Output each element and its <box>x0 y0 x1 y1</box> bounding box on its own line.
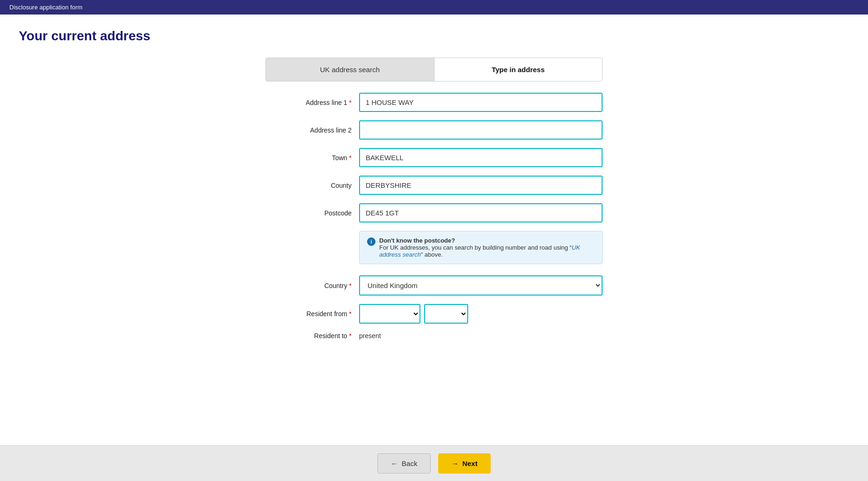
town-row: Town * <box>265 148 603 167</box>
county-label: County <box>265 182 359 189</box>
required-star-resident-from: * <box>349 310 352 318</box>
tab-row: UK address search Type in address <box>265 58 603 81</box>
next-button[interactable]: → Next <box>438 453 491 474</box>
resident-to-row: Resident to * present <box>265 332 603 340</box>
next-arrow-icon: → <box>451 459 458 467</box>
resident-to-label: Resident to * <box>265 332 359 340</box>
resident-from-row: Resident from * January February March A… <box>265 304 603 324</box>
required-star-resident-to: * <box>349 332 352 340</box>
info-box-text: Don't know the postcode? For UK addresse… <box>379 237 595 258</box>
resident-from-label: Resident from * <box>265 310 359 318</box>
address-line-2-input[interactable] <box>359 120 603 140</box>
back-arrow-icon: ← <box>391 459 398 467</box>
required-star: * <box>349 99 352 106</box>
county-row: County <box>265 176 603 195</box>
country-label: Country * <box>265 282 359 289</box>
page-title: Your current address <box>19 29 849 44</box>
country-select[interactable]: United Kingdom Other <box>359 275 603 296</box>
top-bar: Disclosure application form <box>0 0 868 15</box>
address-line-1-label: Address line 1 * <box>265 99 359 106</box>
tab-type-in-address[interactable]: Type in address <box>434 58 603 81</box>
form-container: UK address search Type in address Addres… <box>265 58 603 340</box>
app-title: Disclosure application form <box>9 4 82 11</box>
required-star-country: * <box>349 282 352 289</box>
info-icon: i <box>367 237 375 246</box>
country-row: Country * United Kingdom Other <box>265 275 603 296</box>
resident-from-year-select[interactable]: 2024 2023 2022 2021 2020 <box>424 304 468 324</box>
back-button-label: Back <box>402 459 417 467</box>
footer-bar: ← Back → Next <box>0 445 868 481</box>
tab-uk-address-search[interactable]: UK address search <box>266 58 434 81</box>
resident-to-value: present <box>359 332 381 340</box>
postcode-row: Postcode <box>265 203 603 222</box>
address-line-2-row: Address line 2 <box>265 120 603 140</box>
county-input[interactable] <box>359 176 603 195</box>
address-line-1-row: Address line 1 * <box>265 93 603 112</box>
required-star-town: * <box>349 154 352 162</box>
town-input[interactable] <box>359 148 603 167</box>
back-button[interactable]: ← Back <box>377 453 431 474</box>
postcode-info-box: i Don't know the postcode? For UK addres… <box>359 231 603 264</box>
address-line-1-input[interactable] <box>359 93 603 112</box>
address-line-2-label: Address line 2 <box>265 126 359 134</box>
postcode-label: Postcode <box>265 209 359 217</box>
resident-from-month-select[interactable]: January February March April May June Ju… <box>359 304 420 324</box>
resident-from-selects: January February March April May June Ju… <box>359 304 468 324</box>
main-content: Your current address UK address search T… <box>0 15 868 481</box>
next-button-label: Next <box>462 459 478 467</box>
town-label: Town * <box>265 154 359 162</box>
postcode-input[interactable] <box>359 203 603 222</box>
